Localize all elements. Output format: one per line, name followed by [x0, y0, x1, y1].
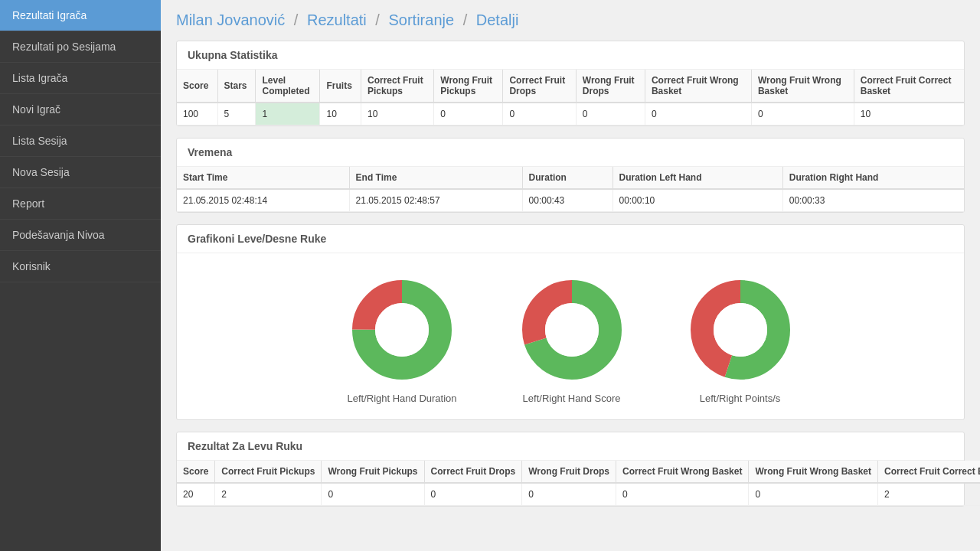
- col-rlr-wfp: Wrong Fruit Pickups: [322, 461, 424, 483]
- sidebar-item-rezultati-igraca[interactable]: Rezultati Igrača: [0, 0, 161, 31]
- cell-stars: 5: [217, 103, 256, 126]
- chart-duration-label: Left/Right Hand Duration: [347, 393, 456, 404]
- cell-correct-fruit-correct-basket: 10: [854, 103, 964, 126]
- ukupna-statistika-table: Score Stars LevelCompleted Fruits Correc…: [177, 70, 964, 126]
- col-rlr-cfd: Correct Fruit Drops: [424, 461, 522, 483]
- col-duration-right-hand: Duration Right Hand: [782, 167, 964, 189]
- vremena-title: Vremena: [177, 139, 964, 167]
- cell-correct-fruit-wrong-basket: 0: [645, 103, 751, 126]
- charts-panel: Grafikoni Leve/Desne Ruke Left/Right Han…: [176, 224, 965, 420]
- rezultat-leva-ruka-panel: Rezultat Za Levu Ruku Score Correct Frui…: [176, 432, 965, 507]
- cell-rlr-wfwb: 0: [749, 483, 878, 506]
- col-duration: Duration: [522, 167, 612, 189]
- cell-level-completed: 1: [256, 103, 320, 126]
- cell-end-time: 21.05.2015 02:48:57: [349, 189, 522, 212]
- col-correct-fruit-correct-basket: Correct Fruit CorrectBasket: [854, 70, 964, 103]
- breadcrumb-part-3[interactable]: Sortiranje: [388, 11, 454, 28]
- main-content: Milan Jovanović / Rezultati / Sortiranje…: [161, 0, 980, 551]
- col-rlr-score: Score: [177, 461, 215, 483]
- table-row: 100 5 1 10 10 0 0 0 0 0 10: [177, 103, 964, 126]
- ukupna-statistika-panel: Ukupna Statistika Score Stars LevelCompl…: [176, 41, 965, 126]
- table-row: 20 2 0 0 0 0 0 2: [177, 483, 980, 506]
- cell-rlr-score: 20: [177, 483, 215, 506]
- col-rlr-wfd: Wrong Fruit Drops: [522, 461, 616, 483]
- cell-rlr-cfwb: 0: [616, 483, 748, 506]
- cell-rlr-wfd: 0: [522, 483, 616, 506]
- col-wrong-fruit-drops: Wrong FruitDrops: [576, 70, 645, 103]
- col-end-time: End Time: [349, 167, 522, 189]
- cell-wrong-fruit-pickups: 0: [434, 103, 503, 126]
- breadcrumb-sep-3: /: [463, 11, 468, 28]
- sidebar-item-report[interactable]: Report: [0, 188, 161, 220]
- col-rlr-cfp: Correct Fruit Pickups: [215, 461, 322, 483]
- col-correct-fruit-pickups: Correct FruitPickups: [361, 70, 434, 103]
- sidebar-item-lista-igraca[interactable]: Lista Igrača: [0, 63, 161, 94]
- charts-title: Grafikoni Leve/Desne Ruke: [177, 225, 964, 253]
- sidebar-item-korisnik[interactable]: Korisnik: [0, 251, 161, 282]
- chart-points-label: Left/Right Points/s: [700, 393, 781, 404]
- cell-duration-right-hand: 00:00:33: [782, 189, 964, 212]
- chart-points: Left/Right Points/s: [687, 276, 794, 404]
- cell-correct-fruit-drops: 0: [503, 103, 576, 126]
- breadcrumb-part-4: Detalji: [476, 11, 519, 28]
- sidebar-item-lista-sesija[interactable]: Lista Sesija: [0, 126, 161, 157]
- rezultat-leva-ruka-title: Rezultat Za Levu Ruku: [177, 432, 964, 461]
- rezultat-leva-ruka-table: Score Correct Fruit Pickups Wrong Fruit …: [177, 461, 980, 506]
- sidebar-item-rezultati-sesijama[interactable]: Rezultati po Sesijama: [0, 31, 161, 63]
- vremena-panel: Vremena Start Time End Time Duration Dur…: [176, 138, 965, 213]
- donut-chart-score: [518, 276, 626, 383]
- cell-rlr-cfd: 0: [424, 483, 522, 506]
- cell-correct-fruit-pickups: 10: [361, 103, 434, 126]
- sidebar-item-nova-sesija[interactable]: Nova Sesija: [0, 157, 161, 188]
- svg-point-2: [375, 303, 429, 357]
- breadcrumb: Milan Jovanović / Rezultati / Sortiranje…: [176, 11, 965, 29]
- svg-point-5: [545, 303, 599, 357]
- svg-point-8: [714, 303, 767, 357]
- sidebar-item-novi-igrac[interactable]: Novi Igrač: [0, 94, 161, 126]
- col-fruits: Fruits: [320, 70, 361, 103]
- breadcrumb-sep-2: /: [375, 11, 380, 28]
- col-rlr-wfwb: Wrong Fruit Wrong Basket: [749, 461, 878, 483]
- col-correct-fruit-drops: Correct FruitDrops: [503, 70, 576, 103]
- cell-rlr-cfp: 2: [215, 483, 322, 506]
- charts-container: Left/Right Hand Duration Left/Right Hand…: [177, 253, 964, 419]
- col-wrong-fruit-pickups: Wrong FruitPickups: [434, 70, 503, 103]
- col-wrong-fruit-wrong-basket: Wrong Fruit WrongBasket: [751, 70, 854, 103]
- col-score: Score: [177, 70, 217, 103]
- col-correct-fruit-wrong-basket: Correct Fruit WrongBasket: [645, 70, 751, 103]
- cell-rlr-cfcb: 2: [878, 483, 980, 506]
- cell-start-time: 21.05.2015 02:48:14: [177, 189, 349, 212]
- breadcrumb-sep-1: /: [294, 11, 299, 28]
- breadcrumb-part-2[interactable]: Rezultati: [307, 11, 367, 28]
- cell-duration-left-hand: 00:00:10: [612, 189, 782, 212]
- chart-score-label: Left/Right Hand Score: [523, 393, 621, 404]
- table-row: 21.05.2015 02:48:14 21.05.2015 02:48:57 …: [177, 189, 964, 212]
- cell-wrong-fruit-drops: 0: [576, 103, 645, 126]
- ukupna-statistika-title: Ukupna Statistika: [177, 41, 964, 70]
- cell-rlr-wfp: 0: [322, 483, 424, 506]
- cell-score: 100: [177, 103, 217, 126]
- donut-chart-points: [687, 276, 794, 383]
- chart-duration: Left/Right Hand Duration: [347, 276, 456, 404]
- col-rlr-cfwb: Correct Fruit Wrong Basket: [616, 461, 748, 483]
- col-stars: Stars: [217, 70, 256, 103]
- sidebar-item-podesavanja-nivoa[interactable]: Podešavanja Nivoa: [0, 220, 161, 251]
- sidebar: Rezultati Igrača Rezultati po Sesijama L…: [0, 0, 161, 551]
- cell-fruits: 10: [320, 103, 361, 126]
- cell-duration: 00:00:43: [522, 189, 612, 212]
- chart-score: Left/Right Hand Score: [518, 276, 626, 404]
- col-level-completed: LevelCompleted: [256, 70, 320, 103]
- col-start-time: Start Time: [177, 167, 349, 189]
- breadcrumb-part-1[interactable]: Milan Jovanović: [176, 11, 285, 28]
- donut-chart-duration: [348, 276, 456, 383]
- vremena-table: Start Time End Time Duration Duration Le…: [177, 167, 964, 212]
- col-rlr-cfcb: Correct Fruit Correct Basket: [878, 461, 980, 483]
- cell-wrong-fruit-wrong-basket: 0: [751, 103, 854, 126]
- col-duration-left-hand: Duration Left Hand: [612, 167, 782, 189]
